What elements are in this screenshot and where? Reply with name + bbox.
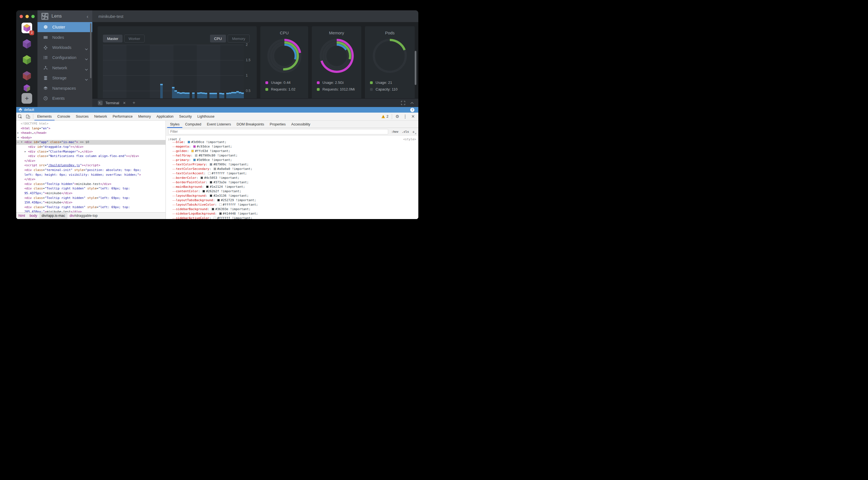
styles-filter-input[interactable] bbox=[168, 129, 388, 134]
css-property-row[interactable]: --textColorPrimary: #87909c !important; bbox=[166, 162, 418, 167]
terminal-close-icon[interactable]: ✕ bbox=[123, 101, 126, 105]
dom-tree-line[interactable]: </div> bbox=[16, 159, 166, 164]
terminal-fullscreen-icon[interactable] bbox=[401, 101, 405, 105]
dom-tree-line[interactable]: 205.438px;">minikube-test</div> bbox=[16, 210, 166, 212]
color-swatch[interactable] bbox=[193, 145, 196, 148]
css-property-row[interactable]: --textColorAccent: #ffffff !important; bbox=[166, 171, 418, 176]
breadcrumb-item[interactable]: html bbox=[16, 213, 27, 219]
color-swatch[interactable] bbox=[219, 212, 222, 215]
metric-toggle-memory-button[interactable]: Memory bbox=[228, 35, 250, 42]
color-swatch[interactable] bbox=[210, 181, 212, 183]
sidebar-item-workloads[interactable]: Workloads bbox=[37, 42, 92, 53]
color-swatch[interactable] bbox=[210, 163, 212, 166]
styles-subtab-properties[interactable]: Properties bbox=[267, 121, 288, 128]
sidebar-item-configuration[interactable]: Configuration bbox=[37, 53, 92, 63]
dom-tree-line[interactable]: <div class="terminal-init" style="positi… bbox=[16, 168, 166, 173]
sidebar-item-network[interactable]: Network bbox=[37, 63, 92, 73]
styles-subtab-computed[interactable]: Computed bbox=[182, 121, 204, 128]
dom-tree-line[interactable]: left: 0px; height: 0px; visibility: hidd… bbox=[16, 173, 166, 177]
terminal-collapse-icon[interactable] bbox=[410, 101, 414, 105]
devtools-tab-console[interactable]: Console bbox=[55, 113, 73, 121]
css-property-row[interactable]: --sidebarLogoBackground: #414448 !import… bbox=[166, 211, 418, 216]
help-button[interactable]: ? bbox=[410, 108, 414, 112]
css-property-row[interactable]: --sidebarActiveColor: #ffffff !important… bbox=[166, 216, 418, 219]
styles-subtab-styles[interactable]: Styles bbox=[167, 121, 182, 128]
devtools-tab-application[interactable]: Application bbox=[154, 113, 176, 121]
chevron-down-icon[interactable] bbox=[85, 67, 88, 71]
rule-source-link[interactable]: <style> bbox=[403, 137, 416, 142]
css-property-row[interactable]: --layoutTabsBackground: #252729 !importa… bbox=[166, 198, 418, 203]
sidebar-item-events[interactable]: Events bbox=[37, 93, 92, 103]
dom-tree-line[interactable]: <div id="draggable-top"></div> bbox=[16, 145, 166, 149]
metric-toggle-cpu-button[interactable]: CPU bbox=[210, 35, 226, 42]
dom-tree-line[interactable]: <div class="Tooltip right hidden" style=… bbox=[16, 196, 166, 201]
css-property-row[interactable]: --borderColor: #4c5053 !important; bbox=[166, 176, 418, 180]
css-property-row[interactable]: --contentColor: #262b2f !important; bbox=[166, 189, 418, 194]
device-toolbar-icon[interactable] bbox=[24, 113, 32, 121]
color-swatch[interactable] bbox=[214, 168, 216, 170]
dom-tree-line[interactable]: <html lang="en"> bbox=[16, 126, 166, 131]
styles-subtab-dom-breakpoints[interactable]: DOM Breakpoints bbox=[234, 121, 267, 128]
expand-arrow-icon[interactable]: ▶ bbox=[17, 131, 19, 136]
css-property-row[interactable]: --primary: #3d90ce !important; bbox=[166, 158, 418, 162]
kebab-menu-icon[interactable]: ⋮ bbox=[402, 114, 409, 119]
styles-subtab-accessibility[interactable]: Accessibility bbox=[288, 121, 313, 128]
sidebar-item-nodes[interactable]: Nodes bbox=[37, 32, 92, 42]
color-swatch[interactable] bbox=[212, 208, 214, 210]
dom-tree-line[interactable]: <div class="Tooltip hidden">minikube-tes… bbox=[16, 182, 166, 186]
css-property-row[interactable]: --golden: #ffc63d !important; bbox=[166, 149, 418, 153]
dom-tree-line[interactable]: ▼⋯<div id="app" class="is-mac"> == $0 bbox=[16, 140, 166, 145]
dom-tree-line[interactable]: <script src="/build/LensDev.js"></script… bbox=[16, 163, 166, 168]
color-swatch[interactable] bbox=[188, 141, 190, 143]
dashboard-scrollbar[interactable] bbox=[415, 51, 416, 85]
devtools-tab-sources[interactable]: Sources bbox=[73, 113, 91, 121]
styles-subtab-event-listeners[interactable]: Event Listeners bbox=[204, 121, 234, 128]
color-swatch[interactable] bbox=[210, 195, 212, 197]
devtools-tab-memory[interactable]: Memory bbox=[135, 113, 154, 121]
dom-tree-line[interactable]: 150.438px;">minikube</div> bbox=[16, 200, 166, 205]
color-swatch[interactable] bbox=[191, 150, 194, 152]
sidebar-collapse-icon[interactable]: ‹ bbox=[87, 14, 88, 19]
cluster-icon-cluster-5[interactable] bbox=[22, 84, 32, 92]
dom-tree-line[interactable]: <div class="Tooltip right hidden" style=… bbox=[16, 186, 166, 191]
settings-gear-icon[interactable]: ⚙ bbox=[394, 114, 401, 119]
dom-tree-line[interactable]: ▶<head>…</head> bbox=[16, 131, 166, 136]
breadcrumb-item[interactable]: body bbox=[27, 213, 39, 219]
dom-tree-line[interactable]: <div class="Tooltip right hidden" style=… bbox=[16, 205, 166, 210]
pseudo-state-button[interactable]: :hov bbox=[392, 130, 399, 133]
close-window-button[interactable] bbox=[20, 15, 23, 18]
collapse-arrow-icon[interactable]: ▼ bbox=[21, 140, 22, 145]
add-cluster-button[interactable]: + bbox=[22, 93, 32, 104]
dom-tree-line[interactable]: <div class="Notifications flex column al… bbox=[16, 154, 166, 159]
devtools-close-icon[interactable]: ✕ bbox=[409, 114, 417, 119]
dom-tree-line[interactable]: ▶<div class="ClusterManager">…</div> bbox=[16, 149, 166, 154]
class-toggle-button[interactable]: .cls bbox=[402, 130, 409, 133]
css-rules[interactable]: :root { <style> --blue: #3d90ce !importa… bbox=[166, 136, 418, 219]
color-swatch[interactable] bbox=[214, 217, 216, 219]
cluster-icon-cluster-4[interactable] bbox=[22, 70, 32, 81]
breadcrumb-item[interactable]: div#draggable-top bbox=[67, 213, 100, 219]
terminal-add-icon[interactable]: + bbox=[132, 100, 135, 106]
css-property-row[interactable]: --layoutTabsActiveColor: #ffffff !import… bbox=[166, 203, 418, 207]
cluster-icon-active-cluster[interactable]: 3 bbox=[22, 23, 32, 33]
devtools-tab-security[interactable]: Security bbox=[177, 113, 195, 121]
dom-tree-line[interactable]: <!DOCTYPE html> bbox=[16, 122, 166, 126]
color-swatch[interactable] bbox=[200, 177, 203, 179]
collapse-arrow-icon[interactable]: ▼ bbox=[17, 136, 19, 140]
new-rule-button[interactable]: + bbox=[412, 129, 416, 134]
terminal-tab[interactable]: Terminal bbox=[105, 101, 119, 105]
node-toggle-worker-button[interactable]: Worker bbox=[124, 35, 145, 42]
zoom-window-button[interactable] bbox=[31, 15, 35, 18]
sidebar-item-namespaces[interactable]: Namespaces bbox=[37, 83, 92, 93]
color-swatch[interactable] bbox=[206, 185, 209, 188]
dom-tree-line[interactable]: 95.4375px;">minikube</div> bbox=[16, 191, 166, 196]
dom-tree[interactable]: <!DOCTYPE html><html lang="en">▶<head>…<… bbox=[16, 121, 166, 212]
minimize-window-button[interactable] bbox=[26, 15, 29, 18]
chevron-down-icon[interactable] bbox=[85, 57, 88, 61]
devtools-tab-network[interactable]: Network bbox=[91, 113, 110, 121]
warning-icon[interactable] bbox=[381, 114, 385, 118]
inspect-element-icon[interactable] bbox=[16, 113, 24, 121]
css-property-row[interactable]: --magenta: #c93dce !important; bbox=[166, 144, 418, 149]
devtools-tab-lighthouse[interactable]: Lighthouse bbox=[195, 113, 217, 121]
sidebar-item-cluster[interactable]: ☸Cluster bbox=[37, 22, 92, 32]
